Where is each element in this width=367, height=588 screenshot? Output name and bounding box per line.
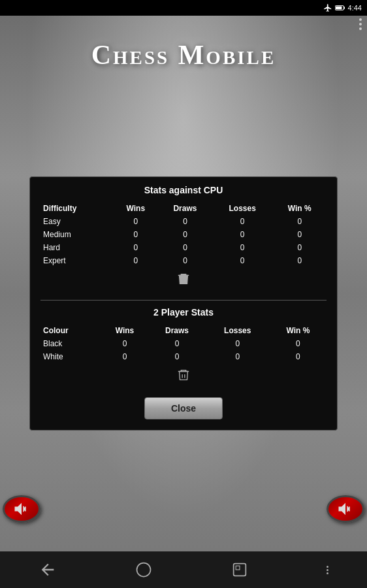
dot1 (359, 18, 362, 21)
nav-back-button[interactable] (39, 561, 57, 579)
player-row-0-col-2: 0 (148, 337, 205, 350)
sound-button-right[interactable] (327, 495, 364, 523)
table-row: White0000 (40, 350, 327, 363)
player-col-colour: Colour (40, 324, 101, 337)
nav-dot3 (327, 572, 328, 574)
player-row-1-col-0: White (40, 350, 101, 363)
nav-dot1 (327, 566, 328, 568)
table-row: Black0000 (40, 337, 327, 350)
player-row-1-col-3: 0 (206, 350, 270, 363)
cpu-stats-section: Stats against CPU Difficulty Wins Draws … (40, 185, 327, 293)
player-col-losses: Losses (206, 324, 270, 337)
cpu-row-1-col-0: Medium (40, 228, 113, 241)
cpu-row-3-col-0: Expert (40, 254, 113, 267)
airplane-icon (323, 3, 332, 12)
dot3 (359, 27, 362, 30)
cpu-col-losses: Losses (212, 202, 273, 215)
speaker-icon-right (336, 500, 355, 518)
cpu-row-2-col-3: 0 (212, 241, 273, 254)
player-table-header-row: Colour Wins Draws Losses Win % (40, 324, 327, 337)
trash-icon (176, 271, 191, 287)
status-icons: 4:44 (323, 3, 362, 12)
cpu-row-3-col-4: 0 (273, 254, 327, 267)
cpu-delete-button[interactable] (176, 271, 191, 287)
cpu-col-draws: Draws (158, 202, 212, 215)
player-delete-button[interactable] (176, 367, 191, 383)
cpu-row-2-col-2: 0 (158, 241, 212, 254)
cpu-row-1-col-4: 0 (273, 228, 327, 241)
dot2 (359, 23, 362, 25)
player-row-1-col-2: 0 (148, 350, 205, 363)
overflow-menu-button[interactable] (359, 18, 362, 30)
cpu-row-3-col-3: 0 (212, 254, 273, 267)
cpu-row-1-col-2: 0 (158, 228, 212, 241)
sound-btn-left-circle[interactable] (3, 495, 40, 523)
player-row-0-col-3: 0 (206, 337, 270, 350)
cpu-row-0-col-3: 0 (212, 215, 273, 228)
player-row-1-col-4: 0 (270, 350, 327, 363)
cpu-row-0-col-4: 0 (273, 215, 327, 228)
close-button[interactable]: Close (144, 397, 223, 419)
cpu-table-header-row: Difficulty Wins Draws Losses Win % (40, 202, 327, 215)
nav-home-button[interactable] (135, 561, 153, 579)
svg-rect-11 (236, 566, 240, 570)
stats-panel: Stats against CPU Difficulty Wins Draws … (29, 176, 338, 431)
cpu-row-0-col-1: 0 (113, 215, 158, 228)
cpu-col-wins: Wins (113, 202, 158, 215)
time-display: 4:44 (348, 4, 362, 12)
player-section-title: 2 Player Stats (40, 307, 327, 318)
player-stats-table: Colour Wins Draws Losses Win % Black0000… (40, 324, 327, 363)
cpu-row-2-col-4: 0 (273, 241, 327, 254)
cpu-row-2-col-1: 0 (113, 241, 158, 254)
table-row: Hard0000 (40, 241, 327, 254)
sound-button-left[interactable] (3, 495, 40, 523)
back-icon (39, 561, 57, 579)
table-row: Expert0000 (40, 254, 327, 267)
cpu-row-2-col-0: Hard (40, 241, 113, 254)
battery-icon (335, 4, 345, 12)
section-divider (40, 300, 327, 301)
trash-icon (176, 367, 191, 383)
nav-bar (0, 551, 367, 588)
cpu-col-difficulty: Difficulty (40, 202, 113, 215)
nav-recents-button[interactable] (231, 561, 249, 579)
home-icon (135, 561, 153, 579)
cpu-row-3-col-1: 0 (113, 254, 158, 267)
cpu-row-0-col-0: Easy (40, 215, 113, 228)
nav-overflow-button[interactable] (327, 566, 328, 574)
recents-icon (231, 561, 249, 579)
player-stats-section: 2 Player Stats Colour Wins Draws Losses … (40, 307, 327, 389)
player-trash-row (40, 363, 327, 389)
svg-rect-2 (336, 7, 342, 10)
cpu-row-1-col-3: 0 (212, 228, 273, 241)
player-col-draws: Draws (148, 324, 205, 337)
cpu-row-1-col-1: 0 (113, 228, 158, 241)
sound-btn-right-circle[interactable] (327, 495, 364, 523)
player-col-winpct: Win % (270, 324, 327, 337)
table-row: Medium0000 (40, 228, 327, 241)
status-bar: 4:44 (0, 0, 367, 16)
cpu-col-winpct: Win % (273, 202, 327, 215)
player-row-0-col-0: Black (40, 337, 101, 350)
svg-rect-1 (343, 7, 345, 8)
title-area: Chess Mobile (0, 39, 367, 71)
cpu-stats-table: Difficulty Wins Draws Losses Win % Easy0… (40, 202, 327, 267)
player-col-wins: Wins (101, 324, 149, 337)
player-row-1-col-1: 0 (101, 350, 149, 363)
cpu-row-3-col-2: 0 (158, 254, 212, 267)
speaker-icon-left (12, 500, 31, 518)
nav-dot2 (327, 569, 328, 571)
svg-point-9 (137, 563, 151, 577)
cpu-section-title: Stats against CPU (40, 185, 327, 195)
player-row-0-col-4: 0 (270, 337, 327, 350)
player-row-0-col-1: 0 (101, 337, 149, 350)
table-row: Easy0000 (40, 215, 327, 228)
cpu-trash-row (40, 267, 327, 293)
app-title: Chess Mobile (0, 39, 367, 71)
cpu-row-0-col-2: 0 (158, 215, 212, 228)
